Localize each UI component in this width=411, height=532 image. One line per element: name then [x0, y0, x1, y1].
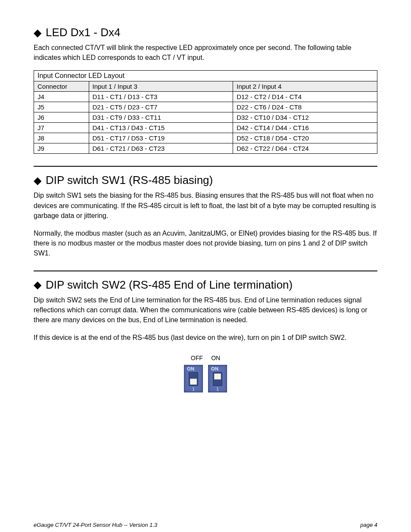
table-row: J8D51 - CT17 / D53 - CT19D52 - CT18 / D5… [34, 133, 377, 143]
para-sw1-1: Dip switch SW1 sets the biasing for the … [34, 190, 377, 221]
table-row: J4D11 - CT1 / D13 - CT3D12 - CT2 / D14 -… [34, 92, 377, 102]
dip-switch-label: OFF ON [191, 355, 220, 361]
section-sw2: ◆ DIP switch SW2 (RS-485 End of Line ter… [34, 278, 377, 393]
diamond-icon: ◆ [34, 175, 41, 186]
heading-sw1: DIP switch SW1 (RS-485 biasing) [46, 174, 213, 187]
table-row: J7D41 - CT13 / D43 - CT15D42 - CT14 / D4… [34, 123, 377, 133]
dip-switch-off-icon: ON 1 [184, 365, 203, 392]
divider [34, 166, 377, 167]
divider [34, 271, 377, 271]
footer-title: eGauge CT/VT 24-Port Sensor Hub -- Versi… [34, 522, 157, 528]
section-sw1: ◆ DIP switch SW1 (RS-485 biasing) Dip sw… [34, 174, 377, 258]
table-row: J5D21 - CT5 / D23 - CT7D22 - CT6 / D24 -… [34, 102, 377, 112]
table-row: J9D61 - CT21 / D63 - CT23D62 - CT22 / D6… [34, 143, 377, 154]
table-title: Input Connector LED Layout [34, 71, 377, 81]
section-led: ◆ LED Dx1 - Dx4 Each connected CT/VT wil… [34, 26, 377, 154]
para-sw1-2: Normally, the modbus master (such as an … [34, 228, 377, 258]
heading-sw2: DIP switch SW2 (RS-485 End of Line termi… [46, 278, 293, 292]
table-row: J6D31 - CT9 / D33 - CT11D32 - CT10 / D34… [34, 112, 377, 123]
page-footer: eGauge CT/VT 24-Port Sensor Hub -- Versi… [34, 522, 377, 528]
th-input24: Input 2 / Input 4 [233, 81, 377, 92]
para-sw2-2: If this device is at the end of the RS-4… [34, 333, 377, 342]
dip-switch-figure: OFF ON ON 1 ON 1 [34, 355, 377, 392]
dip-switch-on-icon: ON 1 [208, 365, 227, 392]
footer-page: page 4 [360, 522, 377, 528]
para-led-intro: Each connected CT/VT will blink the resp… [34, 43, 377, 62]
th-input13: Input 1 / Input 3 [89, 81, 233, 92]
diamond-icon: ◆ [34, 28, 41, 38]
th-connector: Connector [34, 81, 89, 92]
para-sw2-1: Dip switch SW2 sets the End of Line term… [34, 295, 377, 325]
heading-led: LED Dx1 - Dx4 [46, 26, 120, 39]
diamond-icon: ◆ [34, 280, 41, 290]
table-led-layout: Input Connector LED Layout Connector Inp… [34, 70, 377, 154]
